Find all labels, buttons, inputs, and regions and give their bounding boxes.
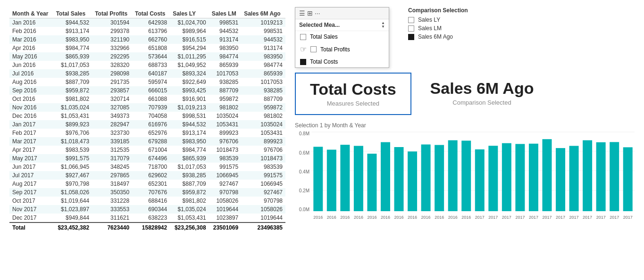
table-cell: 1053431	[241, 129, 285, 137]
comparison-title: Comparison Selection	[408, 7, 468, 14]
table-cell: $976,706	[53, 129, 92, 137]
col-header-costs: Total Costs	[132, 9, 170, 18]
table-cell: 970798	[241, 197, 285, 205]
table-footer-cell: $23,452,382	[53, 222, 92, 232]
dropdown-item-totalprofits[interactable]: ☞ Total Profits	[295, 42, 389, 56]
cursor-icon: ☞	[300, 45, 307, 54]
checkbox-totalprofits[interactable]	[310, 46, 317, 52]
table-cell: 959872	[209, 95, 241, 103]
table-cell: 688416	[132, 197, 170, 205]
bar-canvas	[311, 131, 635, 221]
checkbox-totalsales[interactable]	[300, 34, 306, 40]
table-cell: Oct 2016	[9, 95, 53, 103]
table-cell: 1017053	[241, 78, 285, 86]
table-cell: 991575	[241, 171, 285, 180]
table-cell: Jul 2016	[9, 69, 53, 78]
sort-icons[interactable]: ▲ ▼	[381, 21, 385, 29]
comp-checkbox-sales6m[interactable]	[408, 34, 414, 40]
table-row: Nov 2016$1,035,024327085707939$1,019,213…	[9, 103, 285, 112]
table-cell: 976706	[209, 137, 241, 146]
table-cell: $1,011,295	[170, 52, 209, 61]
table-cell: Sep 2017	[9, 188, 53, 197]
table-cell: $983,539	[53, 146, 92, 154]
y-label-08: 0.8M	[295, 131, 309, 136]
table-cell: 679288	[132, 137, 170, 146]
table-cell: $944,532	[170, 120, 209, 129]
table-footer-cell: 7623440	[92, 222, 132, 232]
table-cell: 865939	[241, 69, 285, 78]
table-cell: Aug 2016	[9, 78, 53, 86]
table-cell: 640187	[132, 69, 170, 78]
dropdown-item-totalcosts[interactable]: Total Costs	[295, 56, 389, 67]
checkbox-totalcosts[interactable]	[300, 59, 306, 65]
table-cell: 899923	[209, 129, 241, 137]
table-cell: 616976	[132, 120, 170, 129]
table-cell: $1,058,026	[53, 188, 92, 197]
table-cell: 328320	[92, 61, 132, 69]
table-cell: 292295	[92, 52, 132, 61]
table-row: Mar 2016$983,950321190662760$916,5159131…	[9, 35, 285, 44]
table-cell: Aug 2017	[9, 180, 53, 188]
table-row: Apr 2017$983,539312535671004$984,7741018…	[9, 146, 285, 154]
table-cell: 913174	[241, 44, 285, 52]
table-cell: 983950	[209, 44, 241, 52]
table-cell: 983539	[209, 154, 241, 163]
table-cell: 321190	[92, 35, 132, 44]
table-cell: 959872	[241, 103, 285, 112]
dropdown-item-totalsales[interactable]: Total Sales	[295, 31, 389, 42]
table-cell: 991575	[209, 163, 241, 171]
table-cell: 887709	[241, 95, 285, 103]
table-cell: $1,017,053	[53, 61, 92, 69]
table-cell: $1,024,700	[170, 18, 209, 27]
comp-label-salesly: Sales LY	[418, 16, 440, 23]
table-cell: 1017053	[209, 69, 241, 78]
table-cell: 944532	[209, 27, 241, 35]
table-cell: $887,709	[53, 78, 92, 86]
table-cell: 704058	[132, 112, 170, 120]
table-cell: $913,174	[170, 129, 209, 137]
chart-section: Selection 1 by Month & Year 0.8M 0.6M 0.…	[295, 122, 635, 275]
table-cell: $983,950	[53, 35, 92, 44]
comparison-item-sales6m[interactable]: Sales 6M Ago	[408, 33, 468, 40]
table-row: Jun 2017$1,066,945348245718700$1,017,053…	[9, 163, 285, 171]
table-cell: 688733	[132, 61, 170, 69]
comp-checkbox-salesly[interactable]	[408, 17, 414, 23]
table-cell: Dec 2016	[9, 112, 53, 120]
data-table: Month & Year Total Sales Total Profits T…	[9, 9, 285, 232]
table-cell: Jun 2017	[9, 163, 53, 171]
col-header-profits: Total Profits	[92, 9, 132, 18]
table-cell: 1035024	[241, 120, 285, 129]
table-cell: $1,019,213	[170, 103, 209, 112]
table-cell: $916,901	[170, 95, 209, 103]
table-cell: $1,035,024	[53, 103, 92, 112]
comparison-item-saleslm[interactable]: Sales LM	[408, 25, 468, 32]
table-cell: 976706	[241, 146, 285, 154]
table-cell: 350350	[92, 188, 132, 197]
table-cell: 1019213	[241, 18, 285, 27]
table-cell: 938285	[209, 78, 241, 86]
col-header-month: Month & Year	[9, 9, 53, 18]
comparison-item-salesly[interactable]: Sales LY	[408, 16, 468, 23]
table-cell: $989,964	[170, 27, 209, 35]
table-row: Sep 2016$959,872293857666015$993,4258877…	[9, 86, 285, 95]
table-cell: 674496	[132, 154, 170, 163]
table-cell: 595974	[132, 78, 170, 86]
comparison-section: Comparison Selection Sales LY Sales LM S…	[408, 7, 468, 42]
table-cell: 662760	[132, 35, 170, 44]
kpi-card-measure: Total Costs Measures Selected	[295, 73, 411, 115]
comp-checkbox-saleslm[interactable]	[408, 25, 414, 32]
table-cell: 332966	[92, 44, 132, 52]
table-cell: 984774	[209, 52, 241, 61]
table-cell: Mar 2017	[9, 137, 53, 146]
table-row: Apr 2016$984,774332966651808$954,2949839…	[9, 44, 285, 52]
measures-dropdown[interactable]: ☰ ⊞ ··· Selected Mea... ▲ ▼ Total Sales …	[295, 7, 389, 68]
table-footer-cell: $23,256,308	[170, 222, 209, 232]
data-table-section: Month & Year Total Sales Total Profits T…	[0, 0, 290, 280]
table-cell: Feb 2017	[9, 129, 53, 137]
table-cell: $984,774	[170, 146, 209, 154]
dropdown-header-icons: ☰ ⊞ ···	[299, 9, 320, 17]
table-cell: 652301	[132, 180, 170, 188]
table-row: Jul 2016$938,285298098640187$893,3241017…	[9, 69, 285, 78]
table-cell: 291735	[92, 78, 132, 86]
table-row: Mar 2017$1,018,473339185679288$983,95097…	[9, 137, 285, 146]
